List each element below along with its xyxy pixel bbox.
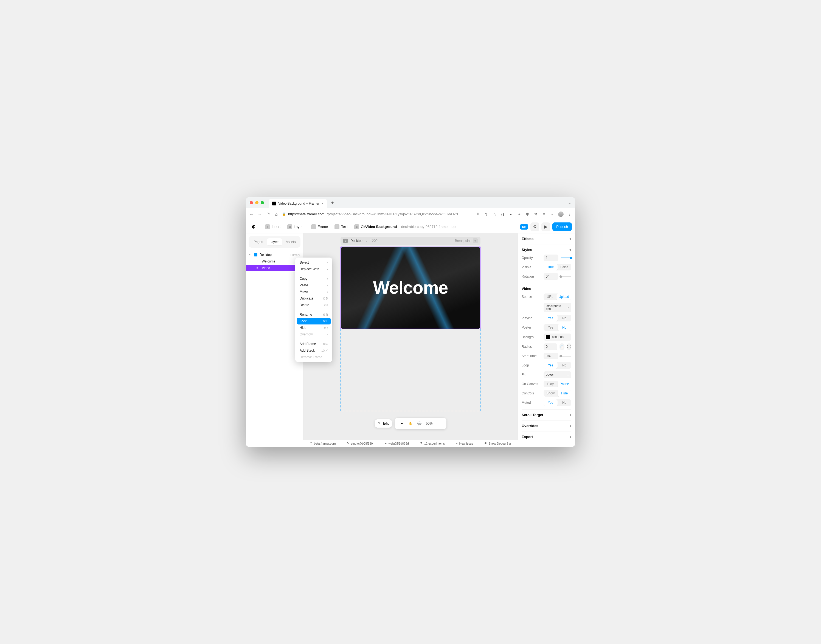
visible-false[interactable]: False: [557, 264, 572, 270]
loop-yes[interactable]: Yes: [543, 362, 557, 369]
ctx-replace[interactable]: Replace With…›: [297, 266, 331, 272]
app-menu-button[interactable]: ⌄: [249, 224, 261, 230]
poster-no[interactable]: No: [557, 324, 572, 331]
opacity-slider[interactable]: [561, 258, 571, 258]
profile-avatar[interactable]: [558, 212, 564, 217]
section-styles[interactable]: Styles+: [522, 248, 571, 252]
insert-button[interactable]: +Insert: [262, 223, 284, 231]
resize-handle-tr[interactable]: [479, 247, 480, 248]
section-overrides[interactable]: Overrides+: [522, 424, 571, 428]
ext-2-icon[interactable]: ▪: [509, 212, 513, 216]
ext-5-icon[interactable]: ≡: [542, 212, 546, 216]
status-new-issue[interactable]: +New Issue: [456, 442, 473, 445]
fit-select[interactable]: cover⌄: [543, 371, 571, 378]
browser-tab[interactable]: Video Background – Framer ×: [269, 199, 327, 208]
ext-3-icon[interactable]: ✦: [517, 212, 521, 216]
hand-tool[interactable]: ✋: [407, 420, 414, 427]
radius-uniform-icon[interactable]: ▢: [560, 343, 565, 350]
section-effects[interactable]: Effects+: [522, 237, 571, 241]
sidepanel-icon[interactable]: ▫: [550, 212, 554, 216]
window-menu-chevron-icon[interactable]: ⌄: [568, 200, 571, 205]
tab-layers[interactable]: Layers: [267, 238, 282, 245]
url-field[interactable]: 🔒 https://beta.framer.com/projects/Video…: [282, 212, 473, 216]
playing-yes[interactable]: Yes: [543, 315, 557, 322]
source-upload[interactable]: Upload: [557, 293, 571, 300]
resize-handle-bl[interactable]: [341, 328, 342, 329]
ctx-add-stack[interactable]: Add Stack⌥⌘⏎: [297, 347, 331, 354]
bg-color-chip[interactable]: #000000: [543, 334, 571, 340]
tab-pages[interactable]: Pages: [251, 238, 266, 245]
breakpoint-header[interactable]: ▶ Desktop ⌄ 1200 Breakpoint +: [341, 237, 480, 245]
ctx-move[interactable]: Move›: [297, 288, 331, 295]
oncanvas-play[interactable]: Play: [543, 381, 557, 387]
visible-true[interactable]: True: [543, 264, 557, 270]
rotation-slider[interactable]: [561, 276, 571, 277]
layout-button[interactable]: ▦Layout: [285, 223, 307, 231]
video-element[interactable]: iStock Welcome: [341, 247, 480, 329]
project-title[interactable]: Video Background · desirable-copy-962712…: [365, 225, 456, 229]
forward-button[interactable]: →: [257, 212, 262, 217]
ext-4-icon[interactable]: ⚗: [533, 212, 538, 216]
section-scroll-target[interactable]: Scroll Target+: [522, 413, 571, 417]
controls-hide[interactable]: Hide: [557, 390, 572, 397]
oncanvas-pause[interactable]: Pause: [557, 381, 572, 387]
ctx-paste[interactable]: Paste›: [297, 282, 331, 288]
ctx-duplicate[interactable]: Duplicate⌘ D: [297, 295, 331, 302]
opacity-input[interactable]: [543, 255, 559, 261]
settings-button[interactable]: ⚙: [530, 222, 539, 231]
muted-no[interactable]: No: [557, 399, 572, 406]
new-tab-button[interactable]: +: [331, 200, 334, 205]
install-icon[interactable]: ⇩: [476, 212, 480, 216]
file-chip[interactable]: istockphoto-130…×: [543, 303, 571, 312]
section-export[interactable]: Export+: [522, 435, 571, 439]
ctx-rename[interactable]: Rename⌘ R: [297, 311, 331, 318]
controls-show[interactable]: Show: [543, 390, 557, 397]
bookmark-icon[interactable]: ☆: [492, 212, 497, 216]
ctx-delete[interactable]: Delete⌫: [297, 302, 331, 308]
ctx-add-frame[interactable]: Add Frame⌘⏎: [297, 340, 331, 347]
status-studio[interactable]: ↻studio@b08f189: [347, 442, 373, 445]
close-tab-icon[interactable]: ×: [322, 202, 324, 205]
kebab-menu-icon[interactable]: ⋮: [568, 212, 572, 216]
share-icon[interactable]: ⇧: [484, 212, 488, 216]
status-experiments[interactable]: ⚗12 experiments: [420, 442, 445, 445]
home-button[interactable]: ⌂: [274, 212, 279, 217]
text-button[interactable]: TText: [332, 223, 350, 231]
source-url[interactable]: URL: [543, 293, 557, 300]
extensions-icon[interactable]: ✱: [525, 212, 529, 216]
add-breakpoint-button[interactable]: +: [473, 238, 478, 243]
section-video[interactable]: Video: [522, 287, 571, 291]
radius-input[interactable]: [543, 343, 557, 350]
poster-yes[interactable]: Yes: [543, 324, 557, 331]
minimize-window-button[interactable]: [255, 201, 258, 204]
resize-handle-br[interactable]: [479, 328, 480, 329]
pointer-tool[interactable]: ➤: [398, 420, 405, 427]
starttime-slider[interactable]: [561, 356, 571, 357]
publish-button[interactable]: Publish: [552, 222, 572, 231]
layer-video[interactable]: ⠿ Video: [246, 265, 303, 271]
reload-button[interactable]: ⟳: [265, 212, 270, 217]
playing-no[interactable]: No: [557, 315, 572, 322]
edit-button[interactable]: ✎ Edit: [375, 419, 392, 428]
user-badge[interactable]: KB: [520, 224, 528, 230]
preview-button[interactable]: ▶: [542, 222, 550, 231]
status-web[interactable]: ☁web@59d829d: [384, 442, 409, 445]
canvas[interactable]: ▶ Desktop ⌄ 1200 Breakpoint + iStock Wel…: [304, 233, 517, 440]
radius-individual-icon[interactable]: ⛶: [567, 343, 572, 350]
starttime-input[interactable]: [543, 353, 559, 359]
muted-yes[interactable]: Yes: [543, 399, 557, 406]
close-window-button[interactable]: [250, 201, 253, 204]
layer-welcome[interactable]: T Welcome: [246, 258, 303, 265]
tab-assets[interactable]: Assets: [283, 238, 298, 245]
zoom-level[interactable]: 50%: [424, 420, 434, 427]
layer-desktop[interactable]: ▾ Desktop Primary: [246, 251, 303, 258]
chevron-down-icon[interactable]: ⌄: [435, 420, 443, 427]
ext-1-icon[interactable]: ◑: [500, 212, 505, 216]
ctx-select[interactable]: Select›: [297, 259, 331, 266]
rotation-input[interactable]: [543, 273, 559, 280]
ctx-copy[interactable]: Copy›: [297, 275, 331, 282]
status-debug[interactable]: ✸Show Debug Bar: [484, 442, 511, 445]
status-host[interactable]: ⊘beta.framer.com: [310, 442, 336, 445]
loop-no[interactable]: No: [557, 362, 572, 369]
ctx-hide[interactable]: Hide⌘ ;: [297, 325, 331, 331]
